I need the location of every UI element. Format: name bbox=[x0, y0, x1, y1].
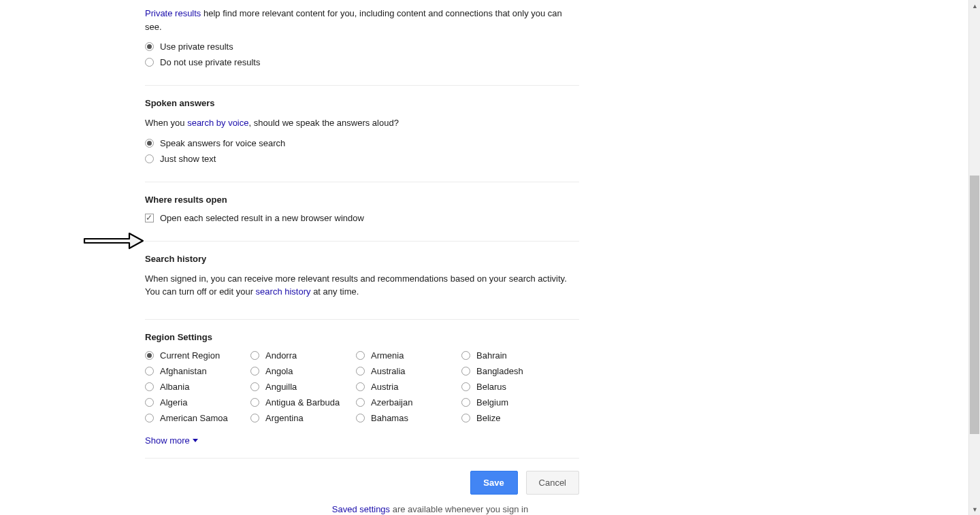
region-option[interactable]: Antigua & Barbuda bbox=[250, 397, 356, 408]
saved-settings-link[interactable]: Saved settings bbox=[332, 504, 390, 514]
region-label: Belgium bbox=[476, 397, 508, 408]
region-label: Albania bbox=[160, 382, 189, 392]
radio-icon bbox=[356, 414, 365, 422]
radio-icon bbox=[356, 351, 365, 360]
region-label: Algeria bbox=[160, 397, 187, 408]
radio-icon bbox=[250, 382, 259, 391]
region-label: American Samoa bbox=[160, 413, 228, 423]
checkbox-label: Open each selected result in a new brows… bbox=[160, 213, 364, 223]
text: are available whenever you sign in bbox=[390, 504, 528, 514]
region-label: Belarus bbox=[476, 382, 506, 392]
region-label: Current Region bbox=[160, 350, 220, 361]
save-button[interactable]: Save bbox=[470, 471, 518, 495]
region-column: ArmeniaAustraliaAustriaAzerbaijanBahamas bbox=[356, 350, 461, 429]
radio-icon bbox=[461, 398, 470, 407]
section-title: Search history bbox=[145, 254, 579, 264]
radio-icon bbox=[250, 367, 259, 376]
region-option[interactable]: Armenia bbox=[356, 350, 461, 361]
private-results-link[interactable]: Private results bbox=[145, 8, 201, 18]
region-column: Current RegionAfghanistanAlbaniaAlgeriaA… bbox=[145, 350, 250, 429]
section-title: Where results open bbox=[145, 195, 579, 205]
region-option[interactable]: Belgium bbox=[461, 397, 567, 408]
checkbox-open-new-window[interactable]: Open each selected result in a new brows… bbox=[145, 213, 579, 223]
search-by-voice-link[interactable]: search by voice bbox=[187, 118, 248, 128]
region-label: Anguilla bbox=[265, 382, 297, 392]
radio-icon bbox=[356, 398, 365, 407]
region-option[interactable]: Anguilla bbox=[250, 382, 356, 392]
history-description: When signed in, you can receive more rel… bbox=[145, 272, 579, 299]
text: , should we speak the answers aloud? bbox=[248, 118, 398, 128]
radio-icon bbox=[145, 414, 154, 422]
annotation-arrow-icon bbox=[83, 231, 144, 251]
region-label: Australia bbox=[371, 366, 406, 376]
region-option[interactable]: Algeria bbox=[145, 397, 250, 408]
region-option[interactable]: Albania bbox=[145, 382, 250, 392]
radio-icon bbox=[145, 58, 154, 67]
region-label: Azerbaijan bbox=[371, 397, 412, 408]
section-title: Region Settings bbox=[145, 332, 579, 342]
radio-icon bbox=[250, 414, 259, 422]
radio-icon bbox=[145, 398, 154, 407]
region-option[interactable]: Bangladesh bbox=[461, 366, 567, 376]
radio-icon bbox=[461, 414, 470, 422]
radio-icon bbox=[356, 367, 365, 376]
region-option[interactable]: Afghanistan bbox=[145, 366, 250, 376]
radio-icon bbox=[461, 367, 470, 376]
radio-icon bbox=[145, 382, 154, 391]
region-option[interactable]: Belarus bbox=[461, 382, 567, 392]
scrollbar-thumb[interactable] bbox=[970, 176, 979, 434]
section-spoken-answers: Spoken answers When you search by voice,… bbox=[145, 98, 579, 182]
region-label: Belize bbox=[476, 413, 500, 423]
radio-icon bbox=[356, 382, 365, 391]
radio-use-private-results[interactable]: Use private results bbox=[145, 41, 579, 52]
radio-just-show-text[interactable]: Just show text bbox=[145, 154, 579, 164]
region-option[interactable]: Azerbaijan bbox=[356, 397, 461, 408]
region-label: Bangladesh bbox=[476, 366, 523, 376]
region-option[interactable]: Belize bbox=[461, 413, 567, 423]
region-option[interactable]: Andorra bbox=[250, 350, 356, 361]
region-option[interactable]: Austria bbox=[356, 382, 461, 392]
section-search-history: Search history When signed in, you can r… bbox=[145, 254, 579, 320]
region-label: Argentina bbox=[265, 413, 304, 423]
text: When you bbox=[145, 118, 187, 128]
radio-icon bbox=[145, 42, 154, 51]
radio-label: Use private results bbox=[160, 41, 233, 52]
radio-do-not-use-private-results[interactable]: Do not use private results bbox=[145, 57, 579, 67]
region-label: Antigua & Barbuda bbox=[265, 397, 340, 408]
footer-note: Saved settings are available whenever yo… bbox=[145, 504, 715, 514]
radio-speak-answers[interactable]: Speak answers for voice search bbox=[145, 138, 579, 148]
region-label: Bahrain bbox=[476, 350, 507, 361]
section-title: Spoken answers bbox=[145, 98, 579, 108]
region-label: Angola bbox=[265, 366, 293, 376]
search-history-link[interactable]: search history bbox=[256, 286, 311, 297]
region-label: Afghanistan bbox=[160, 366, 207, 376]
section-region-settings: Region Settings Current RegionAfghanista… bbox=[145, 332, 579, 459]
region-option[interactable]: Bahrain bbox=[461, 350, 567, 361]
section-where-results-open: Where results open Open each selected re… bbox=[145, 195, 579, 242]
caret-down-icon bbox=[193, 439, 198, 442]
region-column: BahrainBangladeshBelarusBelgiumBelize bbox=[461, 350, 567, 429]
radio-label: Just show text bbox=[160, 154, 216, 164]
section-private-results: Private results help find more relevant … bbox=[145, 7, 579, 86]
vertical-scrollbar[interactable]: ▲ ▼ bbox=[968, 0, 980, 515]
region-label: Austria bbox=[371, 382, 398, 392]
private-results-description: Private results help find more relevant … bbox=[145, 7, 579, 33]
cancel-button[interactable]: Cancel bbox=[526, 471, 579, 495]
scrollbar-down-arrow-icon[interactable]: ▼ bbox=[969, 503, 980, 515]
region-option[interactable]: Bahamas bbox=[356, 413, 461, 423]
region-option[interactable]: Current Region bbox=[145, 350, 250, 361]
region-option[interactable]: American Samoa bbox=[145, 413, 250, 423]
radio-icon bbox=[145, 351, 154, 360]
region-option[interactable]: Angola bbox=[250, 366, 356, 376]
checkbox-icon bbox=[145, 214, 154, 222]
radio-icon bbox=[461, 351, 470, 360]
radio-icon bbox=[145, 154, 154, 163]
region-option[interactable]: Argentina bbox=[250, 413, 356, 423]
button-row: Save Cancel bbox=[145, 471, 579, 495]
radio-label: Do not use private results bbox=[160, 57, 260, 67]
scrollbar-up-arrow-icon[interactable]: ▲ bbox=[969, 0, 980, 12]
radio-icon bbox=[145, 367, 154, 376]
show-more-link[interactable]: Show more bbox=[145, 435, 198, 446]
region-option[interactable]: Australia bbox=[356, 366, 461, 376]
region-label: Bahamas bbox=[371, 413, 408, 423]
